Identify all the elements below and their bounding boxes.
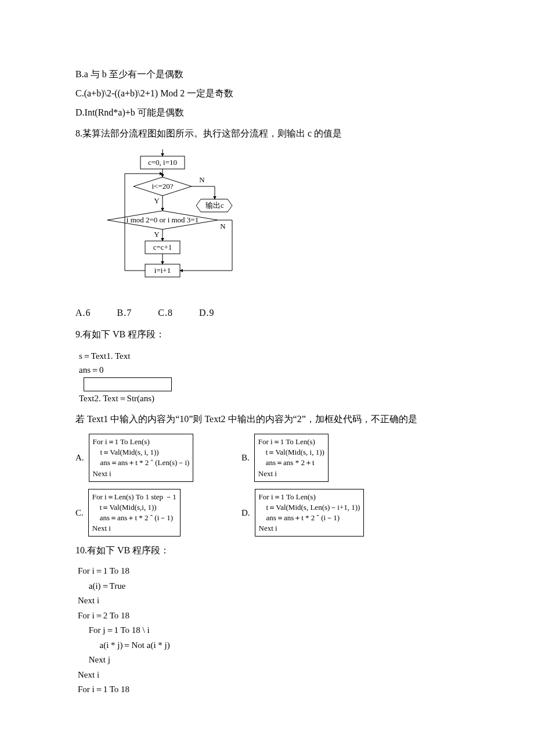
fc-init: c=0, i=10 xyxy=(148,158,177,167)
fc-inc: i=i+1 xyxy=(154,266,171,275)
label-d: D. xyxy=(241,505,250,521)
q10-code: For i＝1 To 18 a(i)＝True Next i For i＝2 T… xyxy=(78,564,459,697)
q9-opt-d: D. For i＝1 To Len(s) t＝Val(Mid(s, Len(s)… xyxy=(241,489,404,537)
q9-l2: ans＝0 xyxy=(79,363,459,377)
q9-title: 9.有如下 VB 程序段： xyxy=(75,326,459,343)
opt-d-q7: D.Int(Rnd*a)+b 可能是偶数 xyxy=(75,105,459,121)
fc-y1: Y xyxy=(154,196,160,205)
fc-out: 输出c xyxy=(205,201,224,210)
fc-cond2: i mod 2=0 or i mod 3=1 xyxy=(127,215,199,224)
q9-code: s＝Text1. Text ans＝0 Text2. Text＝Str(ans) xyxy=(79,349,459,406)
q8-a: A.6 xyxy=(75,305,91,322)
code-d: For i＝1 To Len(s) t＝Val(Mid(s, Len(s)－i+… xyxy=(255,489,365,537)
q9-l3: Text2. Text＝Str(ans) xyxy=(79,391,459,405)
label-a: A. xyxy=(75,450,84,466)
code-blank xyxy=(84,377,172,391)
fc-n1: N xyxy=(199,175,205,184)
q8-c: C.8 xyxy=(158,305,173,322)
flowchart-q8: c=0, i=10 i<=20? N 输出c Y i mod 2=0 or i … xyxy=(93,148,459,299)
q9-opt-a: A. For i＝1 To Len(s) t＝Val(Mid(s, i, 1))… xyxy=(75,434,232,482)
opt-c: C.(a+b)\2-((a+b)\2+1) Mod 2 一定是奇数 xyxy=(75,85,459,102)
code-b: For i＝1 To Len(s) t＝Val(Mid(s, i, 1)) an… xyxy=(254,434,329,482)
q9-options: A. For i＝1 To Len(s) t＝Val(Mid(s, i, 1))… xyxy=(75,434,459,537)
fc-step: c=c+1 xyxy=(153,243,172,251)
fc-n2: N xyxy=(220,222,226,231)
q9-l1: s＝Text1. Text xyxy=(79,349,459,363)
q8-b: B.7 xyxy=(117,305,132,322)
q9-stem: 若 Text1 中输入的内容为“10”则 Text2 中输出的内容为“2”，加框… xyxy=(75,411,459,428)
q10-title: 10.有如下 VB 程序段： xyxy=(75,542,459,559)
code-a: For i＝1 To Len(s) t＝Val(Mid(s, i, 1)) an… xyxy=(89,434,194,482)
q8-choices: A.6 B.7 C.8 D.9 xyxy=(75,305,459,322)
q8-d: D.9 xyxy=(199,305,215,322)
q9-opt-b: B. For i＝1 To Len(s) t＝Val(Mid(s, i, 1))… xyxy=(241,434,404,482)
opt-b: B.a 与 b 至少有一个是偶数 xyxy=(75,66,459,83)
code-c: For i＝Len(s) To 1 step －1 t＝Val(Mid(s,i,… xyxy=(88,489,181,537)
label-b: B. xyxy=(241,450,250,466)
q8-stem: 8.某算法部分流程图如图所示。执行这部分流程，则输出 c 的值是 xyxy=(75,125,459,142)
q9-opt-c: C. For i＝Len(s) To 1 step －1 t＝Val(Mid(s… xyxy=(75,489,232,537)
fc-y2: Y xyxy=(154,230,160,239)
fc-cond1: i<=20? xyxy=(151,182,173,190)
q9-blank-line xyxy=(79,377,459,392)
label-c: C. xyxy=(75,505,84,521)
